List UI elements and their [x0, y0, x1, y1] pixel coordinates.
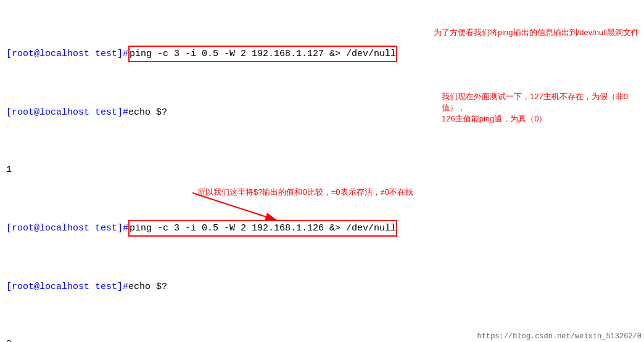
cmd-5: echo $?: [128, 280, 167, 294]
cmd-4: ping -c 3 -i 0.5 -W 2 192.168.1.126 &> /…: [128, 220, 397, 237]
url-bar: https://blog.csdn.net/weixin_513262/0: [475, 331, 644, 342]
annotation-2: 我们现在外面测试一下，127主机不存在，为假（非0值），126主值能ping通，…: [442, 91, 639, 124]
line-3: 1: [4, 163, 640, 177]
line-1: [root@localhost test]#ping -c 3 -i 0.5 -…: [4, 46, 640, 62]
annotation-3: 所以我们这里将$?输出的值和0比较，=0表示存活，≠0不在线: [197, 187, 413, 198]
output-1: 1: [6, 163, 12, 177]
terminal-window: [root@localhost test]#ping -c 3 -i 0.5 -…: [0, 0, 644, 342]
line-5: [root@localhost test]#echo $?: [4, 280, 640, 294]
prompt-5: [root@localhost test]#: [6, 280, 128, 294]
cmd-1: ping -c 3 -i 0.5 -W 2 192.168.1.127 &> /…: [128, 46, 397, 62]
terminal-content: [root@localhost test]#ping -c 3 -i 0.5 -…: [0, 0, 644, 342]
cmd-2: echo $?: [128, 105, 167, 120]
prompt-1: [root@localhost test]#: [6, 47, 128, 61]
output-2: 0: [6, 337, 12, 342]
prompt-2: [root@localhost test]#: [6, 105, 128, 120]
prompt-4: [root@localhost test]#: [6, 221, 128, 235]
annotation-1: 为了方便看我们将ping输出的信息输出到/dev/null黑洞文件: [434, 27, 639, 38]
line-4: [root@localhost test]#ping -c 3 -i 0.5 -…: [4, 220, 640, 237]
